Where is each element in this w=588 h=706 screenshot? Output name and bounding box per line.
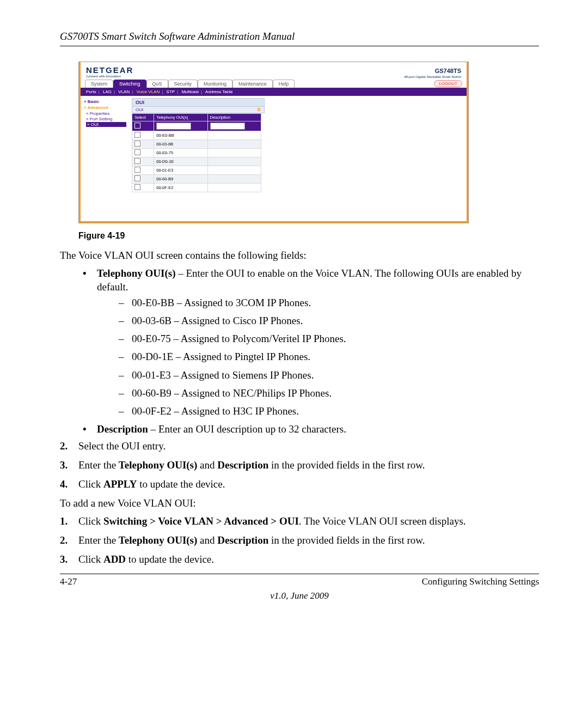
- row-checkbox[interactable]: [134, 141, 140, 147]
- subnav-multicast[interactable]: Multicast: [181, 89, 199, 94]
- desc-input[interactable]: [210, 123, 245, 130]
- subnav-address-table[interactable]: Address Table: [205, 89, 233, 94]
- oui-item: 00-03-6B – Assigned to Cisco IP Phones.: [115, 314, 539, 327]
- col-select: Select: [132, 114, 154, 121]
- table-row: 00-60-B9: [132, 175, 261, 184]
- select-all-checkbox[interactable]: [134, 123, 140, 129]
- oui-item: 00-60-B9 – Assigned to NEC/Philips IP Ph…: [115, 386, 539, 400]
- tab-system[interactable]: System: [85, 80, 113, 88]
- subnav-ports[interactable]: Ports: [86, 89, 96, 94]
- row-checkbox[interactable]: [134, 175, 140, 181]
- page-number: 4-27: [60, 576, 77, 587]
- intro-line: The Voice VLAN OUI screen contains the f…: [60, 248, 539, 262]
- field-telephony: Telephony OUI(s) – Enter the OUI to enab…: [78, 266, 539, 418]
- add-step-2: 2.Enter the Telephony OUI(s) and Descrip…: [60, 533, 539, 547]
- figure-caption: Figure 4-19: [78, 231, 539, 241]
- oui-item: 00-0F-E2 – Assigned to H3C IP Phones.: [115, 404, 539, 418]
- col-desc: Description: [207, 114, 261, 121]
- tab-qos[interactable]: QoS: [146, 80, 168, 88]
- running-header: GS700TS Smart Switch Software Administra…: [60, 31, 539, 42]
- side-advanced[interactable]: » Advanced: [84, 105, 126, 110]
- main-tabs: System Switching QoS Security Monitoring…: [81, 80, 467, 88]
- side-nav: » Basic » Advanced » Properties » Port S…: [81, 96, 128, 215]
- oui-item: 00-E0-75 – Assigned to Polycom/Veritel I…: [115, 332, 539, 345]
- input-row: [132, 121, 261, 131]
- oui-table: Select Telephony OUI(s) Description 00-E…: [132, 113, 261, 192]
- panel-title: OUI: [132, 98, 265, 107]
- row-checkbox[interactable]: [134, 167, 140, 173]
- header-rule: [60, 46, 539, 46]
- side-port-setting[interactable]: » Port Setting: [86, 117, 126, 121]
- brand-logo: NETGEAR Connect with Innovation: [86, 65, 133, 78]
- row-checkbox[interactable]: [134, 132, 140, 138]
- step-3: 3.Enter the Telephony OUI(s) and Descrip…: [60, 458, 539, 472]
- oui-item: 00-D0-1E – Assigned to Pingtel IP Phones…: [115, 350, 539, 363]
- page-footer: 4-27 Configuring Switching Settings: [60, 576, 539, 587]
- help-icon[interactable]: ①: [257, 107, 261, 112]
- table-row: 00-E0-75: [132, 149, 261, 157]
- subnav-stp[interactable]: STP: [167, 89, 175, 94]
- tab-security[interactable]: Security: [168, 80, 198, 88]
- row-checkbox[interactable]: [134, 149, 140, 155]
- tab-switching[interactable]: Switching: [113, 80, 146, 88]
- table-row: 00-03-6B: [132, 140, 261, 149]
- side-properties[interactable]: » Properties: [86, 111, 126, 116]
- logout-button[interactable]: LOGOUT: [434, 80, 462, 87]
- subnav-lag[interactable]: LAG: [103, 89, 112, 94]
- table-row: 00-0F-E2: [132, 184, 261, 192]
- oui-item: 00-E0-BB – Assigned to 3COM IP Phones.: [115, 296, 539, 309]
- field-description: Description – Enter an OUI description u…: [78, 422, 539, 436]
- step-4: 4.Click APPLY to update the device.: [60, 477, 539, 491]
- footer-rule: [60, 574, 539, 574]
- model-label: GS748TS 48-port Gigabit Stackable Smart …: [404, 65, 461, 78]
- tab-monitoring[interactable]: Monitoring: [198, 80, 232, 88]
- add-step-3: 3.Click ADD to update the device.: [60, 552, 539, 566]
- row-checkbox[interactable]: [134, 184, 140, 190]
- section-title: Configuring Switching Settings: [422, 576, 539, 587]
- table-row: 00-E0-BB: [132, 131, 261, 140]
- subnav-voice-vlan[interactable]: Voice VLAN: [137, 89, 160, 94]
- version-line: v1.0, June 2009: [60, 591, 539, 601]
- side-oui[interactable]: » OUI: [86, 122, 126, 127]
- oui-item: 00-01-E3 – Assigned to Siemens IP Phones…: [115, 368, 539, 382]
- table-row: 00-01-E3: [132, 166, 261, 175]
- sub-nav: Ports| LAG| VLAN| Voice VLAN| STP| Multi…: [81, 88, 467, 96]
- subnav-vlan[interactable]: VLAN: [118, 89, 130, 94]
- side-basic[interactable]: » Basic: [84, 99, 126, 104]
- figure-screenshot: NETGEAR Connect with Innovation GS748TS …: [78, 62, 539, 223]
- add-step-1: 1.Click Switching > Voice VLAN > Advance…: [60, 514, 539, 528]
- table-row: 00-D0-1E: [132, 157, 261, 166]
- add-intro: To add a new Voice VLAN OUI:: [60, 496, 539, 510]
- step-2: 2.Select the OUI entry.: [60, 439, 539, 453]
- tab-maintenance[interactable]: Maintenance: [232, 80, 273, 88]
- body-text: The Voice VLAN OUI screen contains the f…: [60, 248, 539, 566]
- col-oui: Telephony OUI(s): [154, 114, 207, 121]
- oui-input[interactable]: [156, 123, 191, 130]
- panel-subtitle: OUI①: [132, 107, 265, 113]
- tab-help[interactable]: Help: [273, 80, 295, 88]
- row-checkbox[interactable]: [134, 158, 140, 164]
